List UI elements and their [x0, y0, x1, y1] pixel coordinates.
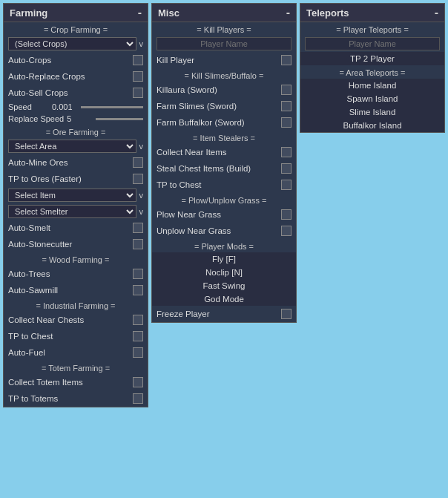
unplow-near-grass-row: Unplow Near Grass — [152, 223, 296, 239]
smelter-select-row: Select Smelter v — [4, 203, 148, 220]
tp-to-chest-misc-checkbox[interactable] — [281, 180, 291, 190]
player-teleports-label: = Player Teleports = — [300, 22, 444, 36]
farming-minimize-button[interactable]: - — [138, 7, 142, 19]
auto-sell-crops-checkbox[interactable] — [133, 88, 143, 98]
teleports-minimize-button[interactable]: - — [435, 7, 438, 19]
auto-fuel-row: Auto-Fuel — [4, 344, 148, 361]
collect-near-chests-checkbox[interactable] — [133, 315, 143, 325]
totem-farming-label: = Totem Farming = — [4, 361, 148, 374]
wood-farming-label: = Wood Farming = — [4, 252, 148, 266]
fly-button[interactable]: Fly [F] — [152, 252, 296, 266]
collect-near-items-checkbox[interactable] — [281, 147, 291, 157]
noclip-button[interactable]: Noclip [N] — [152, 266, 296, 279]
farm-slimes-checkbox[interactable] — [281, 101, 291, 111]
item-stealers-label: = Item Stealers = — [152, 131, 296, 144]
tp-player-name-input[interactable] — [305, 37, 440, 50]
tp-to-ores-row: TP to Ores (Faster) — [4, 171, 148, 187]
tp-to-totems-row: TP to Totems — [4, 390, 148, 407]
auto-replace-crops-row: Auto-Replace Crops — [4, 68, 148, 85]
ore-farming-label: = Ore Farming = — [4, 125, 148, 138]
kill-player-row: Kill Player — [152, 52, 296, 68]
unplow-near-grass-checkbox[interactable] — [281, 226, 291, 236]
auto-trees-label: Auto-Trees — [8, 269, 133, 278]
auto-stonecutter-label: Auto-Stonecutter — [8, 240, 133, 249]
area-select-row: Select Area v — [4, 138, 148, 154]
plow-near-grass-label: Plow Near Grass — [157, 210, 281, 219]
auto-stonecutter-checkbox[interactable] — [133, 239, 143, 249]
auto-smelt-checkbox[interactable] — [133, 223, 143, 233]
auto-trees-row: Auto-Trees — [4, 266, 148, 282]
industrial-farming-label: = Industrial Farming = — [4, 298, 148, 312]
tp-to-chest-misc-row: TP to Chest — [152, 177, 296, 193]
fast-swing-button[interactable]: Fast Swing — [152, 279, 296, 292]
tp2player-button[interactable]: TP 2 Player — [300, 52, 444, 65]
home-island-button[interactable]: Home Island — [300, 79, 444, 92]
teleports-panel: Teleports - = Player Teleports = TP 2 Pl… — [300, 3, 445, 133]
farm-buffalkor-label: Farm Buffalkor (Sword) — [157, 118, 281, 127]
collect-totem-items-checkbox[interactable] — [133, 377, 143, 387]
collect-near-chests-row: Collect Near Chests — [4, 312, 148, 328]
collect-near-items-row: Collect Near Items — [152, 144, 296, 160]
misc-title: Misc — [158, 7, 179, 19]
item-select-row: Select Item v — [4, 187, 148, 203]
auto-mine-ores-label: Auto-Mine Ores — [8, 158, 133, 167]
farm-buffalkor-checkbox[interactable] — [281, 117, 291, 128]
freeze-player-label: Freeze Player — [157, 309, 281, 318]
collect-near-items-label: Collect Near Items — [157, 148, 281, 157]
misc-header: Misc - — [152, 4, 296, 22]
steal-chest-items-label: Steal Chest Items (Build) — [157, 164, 281, 173]
teleports-title: Teleports — [306, 7, 349, 19]
farming-title: Farming — [10, 7, 47, 19]
auto-crops-label: Auto-Crops — [8, 56, 133, 65]
farm-slimes-row: Farm Slimes (Sword) — [152, 98, 296, 114]
smelter-dropdown[interactable]: Select Smelter — [8, 205, 136, 218]
auto-crops-checkbox[interactable] — [133, 55, 143, 65]
tp-to-ores-checkbox[interactable] — [133, 174, 143, 184]
area-dropdown[interactable]: Select Area — [8, 140, 136, 153]
auto-mine-ores-checkbox[interactable] — [133, 157, 143, 168]
auto-smelt-label: Auto-Smelt — [8, 223, 133, 232]
item-dropdown[interactable]: Select Item — [8, 189, 136, 202]
spawn-island-button[interactable]: Spawn Island — [300, 92, 444, 105]
misc-minimize-button[interactable]: - — [286, 7, 290, 19]
killaura-row: Killaura (Sword) — [152, 82, 296, 98]
auto-sawmill-row: Auto-Sawmill — [4, 282, 148, 298]
auto-replace-crops-label: Auto-Replace Crops — [8, 72, 133, 81]
kill-player-name-input[interactable] — [157, 37, 291, 50]
tp-to-chest-farming-checkbox[interactable] — [133, 331, 143, 341]
slime-island-button[interactable]: Slime Island — [300, 105, 444, 119]
teleports-header: Teleports - — [300, 4, 444, 22]
crop-farming-label: = Crop Farming = — [4, 22, 148, 36]
speed-slider[interactable] — [81, 106, 143, 108]
replace-speed-slider[interactable] — [96, 118, 143, 120]
farming-panel: Farming - = Crop Farming = (Select Crops… — [3, 3, 148, 407]
steal-chest-items-checkbox[interactable] — [281, 163, 291, 174]
god-mode-button[interactable]: God Mode — [152, 292, 296, 306]
tp-to-totems-checkbox[interactable] — [133, 393, 143, 404]
tp-to-ores-label: TP to Ores (Faster) — [8, 174, 133, 183]
plow-near-grass-row: Plow Near Grass — [152, 206, 296, 223]
buffalkor-island-button[interactable]: Buffalkor Island — [300, 119, 444, 132]
freeze-player-row: Freeze Player — [152, 306, 296, 322]
auto-trees-checkbox[interactable] — [133, 269, 143, 279]
area-teleports-label: = Area Teleports = — [300, 65, 444, 79]
kill-player-checkbox[interactable] — [281, 55, 291, 65]
plow-near-grass-checkbox[interactable] — [281, 209, 291, 220]
crops-select-row: (Select Crops) v — [4, 36, 148, 52]
auto-smelt-row: Auto-Smelt — [4, 220, 148, 236]
freeze-player-checkbox[interactable] — [281, 309, 291, 319]
auto-sawmill-checkbox[interactable] — [133, 285, 143, 295]
area-arrow: v — [139, 142, 144, 151]
auto-mine-ores-row: Auto-Mine Ores — [4, 154, 148, 171]
auto-crops-row: Auto-Crops — [4, 52, 148, 68]
replace-speed-value: 5 — [67, 114, 93, 123]
farm-buffalkor-row: Farm Buffalkor (Sword) — [152, 114, 296, 131]
auto-fuel-checkbox[interactable] — [133, 347, 143, 358]
crops-dropdown[interactable]: (Select Crops) — [8, 37, 136, 50]
tp-to-chest-farming-label: TP to Chest — [8, 332, 133, 341]
auto-replace-crops-checkbox[interactable] — [133, 71, 143, 82]
unplow-near-grass-label: Unplow Near Grass — [157, 226, 281, 235]
tp-to-chest-misc-label: TP to Chest — [157, 180, 281, 189]
killaura-checkbox[interactable] — [281, 85, 291, 95]
speed-row: Speed 0.001 — [4, 101, 148, 113]
